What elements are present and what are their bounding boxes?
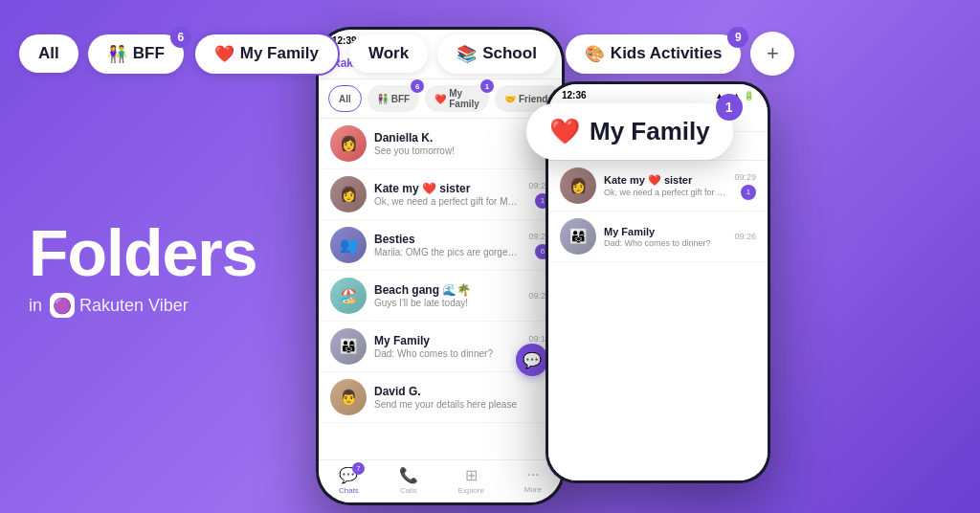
books-icon: 📚 [457, 44, 477, 64]
chat-content-kate: Kate my ❤️ sister Ok, we need a perfect … [374, 182, 521, 207]
secondary-chat-kate[interactable]: 👩 Kate my ❤️ sister Ok, we need a perfec… [548, 161, 768, 212]
pill-work[interactable]: Work [349, 34, 428, 73]
avatar-david: 👨 [330, 379, 367, 415]
secondary-avatar-kate: 👩 [560, 167, 596, 204]
viber-brand-name: Rakuten Viber [79, 296, 189, 316]
my-family-floating-badge: ❤️ My Family 1 [526, 103, 733, 160]
chat-item-kate[interactable]: 👩 Kate my ❤️ sister Ok, we need a perfec… [319, 169, 562, 220]
chats-badge: 7 [352, 462, 365, 475]
chat-list-secondary: 👩 Kate my ❤️ sister Ok, we need a perfec… [548, 161, 768, 480]
chat-item-beach[interactable]: 🏖️ Beach gang 🌊🌴 Guys I'll be late today… [319, 271, 562, 322]
secondary-unread-kate: 1 [741, 185, 756, 200]
chat-content-david: David G. Send me your details here pleas… [374, 385, 550, 410]
pill-school[interactable]: 📚 School [437, 34, 556, 74]
avatar-kate: 👩 [330, 176, 367, 212]
nav-calls[interactable]: 📞 Calls [399, 466, 418, 495]
chat-name-david: David G. [374, 385, 550, 398]
more-icon: ··· [526, 466, 539, 483]
calls-icon: 📞 [399, 466, 418, 484]
chat-name-daniella: Daniella K. [374, 131, 533, 145]
chat-content-daniella: Daniella K. See you tomorrow! [374, 131, 533, 156]
secondary-name-family: My Family [604, 226, 726, 237]
nav-more[interactable]: ··· More [524, 466, 542, 495]
nav-explore[interactable]: ⊞ Explore [458, 466, 484, 495]
chat-preview-david: Send me your details here please [374, 399, 550, 410]
chat-item-daniella[interactable]: 👩 Daniella K. See you tomorrow! ☆ [319, 119, 562, 169]
pill-kids[interactable]: 🎨 Kids Activities 9 [566, 34, 742, 74]
folders-heading: Folders [29, 220, 257, 285]
viber-brand-icon: 🟣 [50, 293, 75, 318]
chat-content-besties: Besties Mariia: OMG the pics are gorgeou… [374, 233, 521, 257]
pill-my-family[interactable]: ❤️ My Family [193, 33, 340, 76]
folders-sub-prefix: in [29, 296, 42, 316]
pill-school-label: School [482, 44, 537, 63]
chat-name-besties: Besties [374, 233, 521, 246]
pill-kids-label: Kids Activities [611, 44, 723, 63]
pill-work-label: Work [368, 44, 409, 63]
heart-icon: ❤️ [214, 44, 234, 64]
chat-name-beach: Beach gang 🌊🌴 [374, 283, 521, 297]
chat-list-main: 👩 Daniella K. See you tomorrow! ☆ 👩 Kate… [319, 119, 562, 459]
pill-plus-button[interactable]: + [750, 32, 794, 76]
pill-all[interactable]: All [19, 34, 78, 73]
family-badge-label: My Family [590, 117, 710, 146]
secondary-preview-kate: Ok, we need a perfect gift for Mom's bir… [604, 188, 726, 197]
pill-bff-label: BFF [133, 44, 165, 63]
avatar-beach: 🏖️ [330, 278, 367, 314]
chat-content-family: My Family Dad: Who comes to dinner? [374, 334, 521, 359]
secondary-time-family: 09:26 [734, 232, 756, 241]
explore-icon: ⊞ [465, 466, 478, 484]
chat-preview-family: Dad: Who comes to dinner? [374, 348, 521, 359]
avatar-besties: 👥 [330, 227, 367, 263]
chat-preview-besties: Mariia: OMG the pics are gorgeous! You l… [374, 247, 521, 257]
secondary-avatar-family: 👨‍👩‍👧 [560, 218, 596, 255]
chat-preview-kate: Ok, we need a perfect gift for Mom's bir… [374, 196, 521, 207]
viber-logo: 🟣 Rakuten Viber [50, 293, 189, 318]
pill-bff[interactable]: 👫 BFF 6 [88, 34, 184, 74]
secondary-time-kate: 09:29 [734, 172, 756, 182]
pills-bar: All 👫 BFF 6 ❤️ My Family Work 📚 School 🎨… [0, 0, 980, 107]
chat-preview-beach: Guys I'll be late today! [374, 298, 521, 308]
pill-bff-badge: 6 [170, 27, 191, 48]
chat-name-kate: Kate my ❤️ sister [374, 182, 521, 195]
secondary-content-family: My Family Dad: Who comes to dinner? [604, 226, 726, 248]
chat-item-besties[interactable]: 👥 Besties Mariia: OMG the pics are gorge… [319, 220, 562, 271]
chat-item-david[interactable]: 👨 David G. Send me your details here ple… [319, 372, 562, 423]
secondary-meta-kate: 09:29 1 [734, 172, 756, 200]
phone-bottom-nav: 💬 7 Chats 📞 Calls ⊞ Explore ··· More [319, 459, 562, 502]
pill-all-label: All [38, 44, 59, 63]
pill-kids-badge: 9 [727, 27, 748, 48]
chats-label: Chats [339, 486, 359, 495]
chat-preview-daniella: See you tomorrow! [374, 145, 533, 156]
calls-label: Calls [400, 486, 417, 495]
avatar-daniella: 👩 [330, 125, 367, 162]
kids-icon: 🎨 [585, 44, 605, 64]
secondary-chat-family[interactable]: 👨‍👩‍👧 My Family Dad: Who comes to dinner… [548, 212, 768, 262]
secondary-preview-family: Dad: Who comes to dinner? [604, 238, 726, 248]
folders-subtitle: in 🟣 Rakuten Viber [29, 293, 257, 318]
secondary-content-kate: Kate my ❤️ sister Ok, we need a perfect … [604, 174, 726, 197]
nav-chats[interactable]: 💬 7 Chats [339, 466, 359, 495]
secondary-meta-family: 09:26 [734, 232, 756, 241]
chat-content-beach: Beach gang 🌊🌴 Guys I'll be late today! [374, 283, 521, 308]
folders-text-block: Folders in 🟣 Rakuten Viber [29, 220, 257, 318]
pill-my-family-label: My Family [240, 44, 319, 63]
chat-name-family: My Family [374, 334, 521, 347]
more-label: More [524, 485, 542, 494]
explore-label: Explore [458, 486, 484, 495]
bff-icon: 👫 [107, 44, 127, 64]
secondary-name-kate: Kate my ❤️ sister [604, 174, 726, 187]
compose-button[interactable]: 💬 [516, 344, 548, 376]
avatar-family: 👨‍👩‍👧 [330, 328, 367, 365]
family-badge-icon: ❤️ [549, 117, 580, 146]
